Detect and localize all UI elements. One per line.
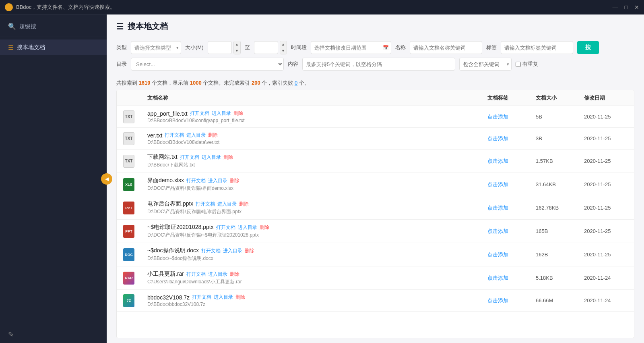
file-name-cell: ver.txt 打开文档 进入目录 删除 D:\BBdoc\BBdocV108\… [141,128,481,150]
dir-select-wrap: Select... [131,58,284,71]
enter-dir-link[interactable]: 进入目录 [223,247,242,254]
type-select-wrap: 请选择文档类型 [131,41,181,54]
file-tag[interactable]: 点击添加 [487,181,508,187]
delete-link[interactable]: 删除 [245,247,254,254]
open-doc-link[interactable]: 打开文档 [196,201,215,208]
filter-row-2: 目录 Select... 内容 包含全部关键词 有重复 [116,58,634,71]
enter-dir-link[interactable]: 进入目录 [208,177,227,184]
col-name: 文档名称 [141,90,481,106]
delete-link[interactable]: 删除 [208,132,218,139]
sidebar-item-label-super-search: 超级搜 [19,23,36,30]
content-input[interactable] [302,58,455,71]
file-tag[interactable]: 点击添加 [487,228,508,234]
name-label: 名称 [395,44,406,51]
sidebar-item-local-doc[interactable]: ☰ 搜本地文档 [0,39,107,55]
enter-dir-link[interactable]: 进入目录 [214,294,233,301]
delete-link[interactable]: 删除 [230,177,239,184]
file-path: D:\BBdoc\BBdocV108\config\app_port_file.… [147,118,475,123]
enter-dir-link[interactable]: 进入目录 [238,224,257,231]
open-doc-link[interactable]: 打开文档 [180,154,199,161]
enter-dir-link[interactable]: 进入目录 [186,132,206,139]
file-tag[interactable]: 点击添加 [487,114,508,120]
file-tag[interactable]: 点击添加 [487,275,508,281]
file-tag[interactable]: 点击添加 [487,205,508,211]
sidebar-collapse-button[interactable]: ◀ [101,173,112,185]
open-doc-link[interactable]: 打开文档 [201,247,221,254]
delete-link[interactable]: 删除 [223,154,233,161]
file-name: ~$doc操作说明.docx [147,247,199,254]
open-doc-link[interactable]: 打开文档 [186,271,206,278]
size-max-input[interactable] [254,41,278,54]
file-name-cell: ~$电诈取证20201028.pptx 打开文档 进入目录 删除 D:\DOC\… [141,220,481,243]
file-tag[interactable]: 点击添加 [487,158,508,164]
enter-dir-link[interactable]: 进入目录 [208,271,227,278]
file-name: 小工具更新.rar [147,270,184,278]
tag-input[interactable] [501,41,573,54]
open-doc-link[interactable]: 打开文档 [190,110,209,117]
edit-icon[interactable]: ✎ [8,331,14,339]
file-table: 文档名称 文档标签 文档大小 修改日期 TXT app_port_file.tx… [117,90,634,312]
table-row: PPT ~$电诈取证20201028.pptx 打开文档 进入目录 删除 D:\… [117,220,634,243]
delete-link[interactable]: 删除 [260,224,269,231]
size-min-up[interactable]: ▲ [234,41,240,48]
file-tag[interactable]: 点击添加 [487,252,508,258]
file-date-cell: 2020-11-25 [578,128,634,150]
file-date-cell: 2020-11-25 [578,243,634,266]
name-input[interactable] [410,41,482,54]
file-tag-cell[interactable]: 点击添加 [481,128,529,150]
file-name: bbdoc32V108.7z [147,294,190,301]
file-tag-cell[interactable]: 点击添加 [481,266,529,290]
enter-dir-link[interactable]: 进入目录 [212,110,231,117]
close-button[interactable]: ✕ [634,4,639,10]
type-select[interactable]: 请选择文档类型 [131,41,181,54]
size-max-up[interactable]: ▲ [280,41,287,48]
file-name: app_port_file.txt [147,110,188,117]
table-row: RAR 小工具更新.rar 打开文档 进入目录 删除 C:\Users\liti… [117,266,634,290]
maximize-button[interactable]: □ [625,4,628,10]
file-size-cell: 5.18KB [529,266,578,290]
dir-select[interactable]: Select... [131,58,284,71]
date-input[interactable] [311,41,391,54]
file-icon-cell: RAR [117,266,141,290]
open-doc-link[interactable]: 打开文档 [186,177,206,184]
search-button[interactable]: 搜 [577,41,599,54]
file-tag-cell[interactable]: 点击添加 [481,196,529,220]
col-tag: 文档标签 [481,90,529,106]
delete-link[interactable]: 删除 [233,110,243,117]
open-doc-link[interactable]: 打开文档 [165,132,184,139]
file-tag-cell[interactable]: 点击添加 [481,290,529,312]
file-tag-cell[interactable]: 点击添加 [481,243,529,266]
file-icon-cell: PPT [117,196,141,220]
file-tag-cell[interactable]: 点击添加 [481,106,529,128]
file-tag-cell[interactable]: 点击添加 [481,220,529,243]
keyword-mode-select[interactable]: 包含全部关键词 [459,58,512,71]
delete-link[interactable]: 删除 [239,201,249,208]
repeat-checkbox[interactable] [516,62,521,67]
minimize-button[interactable]: — [613,4,618,10]
open-doc-link[interactable]: 打开文档 [216,224,235,231]
size-max-down[interactable]: ▼ [280,48,287,54]
table-row: TXT 下载网站.txt 打开文档 进入目录 删除 D:\BBdoc\下载网站.… [117,150,634,173]
size-min-input[interactable] [208,41,232,54]
enter-dir-link[interactable]: 进入目录 [202,154,221,161]
file-tag[interactable]: 点击添加 [487,297,508,304]
delete-link[interactable]: 删除 [230,271,239,278]
file-date-cell: 2020-11-25 [578,150,634,173]
file-size-cell: 3B [529,128,578,150]
file-date-cell: 2020-11-24 [578,290,634,312]
file-path: C:\Users\litiangui\Downloads\小工具更新.rar [147,279,475,285]
open-doc-link[interactable]: 打开文档 [192,294,211,301]
file-name: ver.txt [147,132,162,139]
delete-link[interactable]: 删除 [235,294,245,301]
col-date: 修改日期 [578,90,634,106]
file-tag-cell[interactable]: 点击添加 [481,150,529,173]
content-label: 内容 [288,60,298,68]
file-tag[interactable]: 点击添加 [487,135,508,141]
size-min-down[interactable]: ▼ [234,48,240,54]
sidebar-item-super-search[interactable]: 🔍 超级搜 [0,19,107,34]
doc-icon: ☰ [8,44,14,51]
size-label: 大小(M) [185,44,204,51]
file-tag-cell[interactable]: 点击添加 [481,173,529,196]
enter-dir-link[interactable]: 进入目录 [217,201,237,208]
result-summary: 共搜索到 1619 个文档，显示前 1000 个文档。未完成索引 200 个，索… [107,77,644,90]
